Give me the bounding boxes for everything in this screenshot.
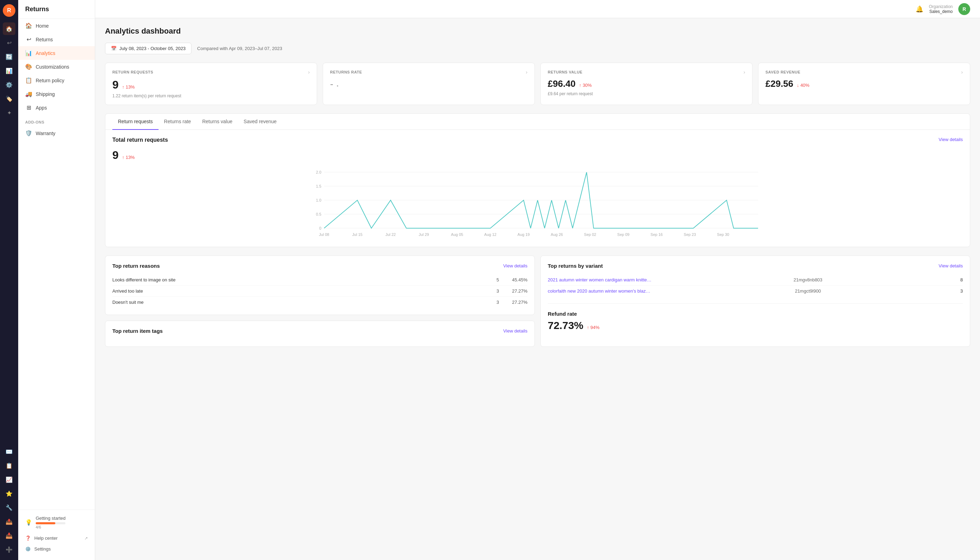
metric-card-saved-revenue[interactable]: SAVED REVENUE › £29.56 ↓ 40%	[758, 63, 970, 105]
icon-nav-mail[interactable]: ✉️	[3, 445, 15, 458]
org-name: Sales_demo	[929, 9, 953, 14]
settings-icon: ⚙️	[25, 547, 31, 552]
metric-label-saved-revenue: SAVED REVENUE	[765, 70, 800, 74]
variant-link-1[interactable]: colorfaith new 2020 autumn winter women'…	[548, 288, 653, 293]
tab-return-requests[interactable]: Return requests	[112, 114, 158, 130]
svg-text:Jul 08: Jul 08	[319, 232, 329, 237]
warranty-icon: 🛡️	[25, 130, 32, 137]
tab-saved-revenue[interactable]: Saved revenue	[238, 114, 282, 130]
icon-nav-analytics[interactable]: 📊	[3, 64, 15, 77]
progress-label: 4/6	[36, 525, 65, 529]
icon-nav-import[interactable]: 📥	[3, 529, 15, 542]
metric-change-return-requests: ↑ 13%	[122, 84, 135, 90]
nav-item-analytics[interactable]: 📊 Analytics	[18, 46, 95, 60]
top-return-reasons-view-details[interactable]: View details	[503, 263, 527, 268]
svg-text:Sep 23: Sep 23	[684, 232, 696, 237]
nav-item-home[interactable]: 🏠 Home	[18, 19, 95, 33]
icon-nav-settings[interactable]: ⚙️	[3, 78, 15, 91]
icon-nav-plus[interactable]: ➕	[3, 543, 15, 556]
return-reasons-list: Looks different to image on site 5 45.45…	[112, 274, 527, 308]
nav-item-customizations[interactable]: 🎨 Customizations	[18, 60, 95, 73]
left-navigation: Returns 🏠 Home ↩ Returns 📊 Analytics 🎨 C…	[18, 0, 95, 560]
svg-text:Sep 30: Sep 30	[717, 232, 729, 237]
progress-bar-fill	[36, 522, 55, 524]
variant-row-1: colorfaith new 2020 autumn winter women'…	[548, 286, 963, 297]
svg-text:Jul 29: Jul 29	[418, 232, 429, 237]
apps-icon: ⊞	[25, 104, 32, 111]
settings-label: Settings	[34, 547, 51, 552]
metric-card-returns-rate[interactable]: RETURNS RATE › - -	[323, 63, 535, 105]
metric-label-returns-value: RETURNS VALUE	[548, 70, 582, 74]
external-link-icon: ↗	[84, 536, 88, 541]
top-bar: 🔔 Organization Sales_demo R	[95, 0, 980, 18]
chevron-icon-3: ›	[961, 69, 963, 75]
date-range-button[interactable]: 📅 July 08, 2023 - October 05, 2023	[105, 43, 192, 54]
variant-sku-0: 21mgv8nb803	[793, 277, 822, 282]
refund-rate-change: ↑ 94%	[587, 325, 600, 330]
customizations-icon: 🎨	[25, 63, 32, 70]
metric-value-returns-rate: -	[330, 78, 333, 90]
icon-nav-tag[interactable]: 🏷️	[3, 92, 15, 105]
nav-item-returns[interactable]: ↩ Returns	[18, 33, 95, 46]
top-return-reasons-title: Top return reasons	[112, 263, 160, 269]
icon-nav-list[interactable]: 📋	[3, 459, 15, 472]
nav-item-warranty[interactable]: 🛡️ Warranty	[18, 127, 95, 140]
help-center-link[interactable]: ❓ Help center ↗	[25, 533, 88, 543]
icon-nav-chart[interactable]: 📈	[3, 473, 15, 486]
icon-nav-home[interactable]: 🏠	[3, 22, 15, 35]
reason-row-2: Doesn't suit me 3 27.27%	[112, 297, 527, 308]
metric-change-returns-value: ↑ 30%	[579, 83, 592, 88]
icon-nav-returns[interactable]: ↩	[3, 37, 15, 49]
addons-section-label: ADD-ONS	[18, 115, 95, 127]
getting-started-icon: 💡	[25, 519, 32, 526]
chevron-icon-2: ›	[743, 69, 745, 75]
chart-value: 9	[112, 149, 118, 162]
icon-nav-refresh[interactable]: 🔄	[3, 50, 15, 63]
page-content: Analytics dashboard 📅 July 08, 2023 - Oc…	[95, 18, 980, 560]
chevron-icon-0: ›	[308, 69, 310, 75]
nav-item-returns-label: Returns	[36, 37, 53, 42]
icon-nav-diamond[interactable]: ⭐	[3, 487, 15, 500]
svg-text:0: 0	[319, 226, 321, 230]
icon-nav-export[interactable]: 📤	[3, 515, 15, 528]
svg-text:Aug 26: Aug 26	[551, 232, 563, 237]
nav-item-analytics-label: Analytics	[36, 50, 55, 56]
metric-sub-returns-value: £9.64 per return request	[548, 92, 745, 96]
metric-card-return-requests[interactable]: RETURN REQUESTS › 9 ↑ 13% 1.22 return it…	[105, 63, 317, 105]
nav-item-apps[interactable]: ⊞ Apps	[18, 101, 95, 115]
nav-item-shipping[interactable]: 🚚 Shipping	[18, 87, 95, 101]
settings-link[interactable]: ⚙️ Settings	[25, 543, 88, 554]
nav-item-warranty-label: Warranty	[36, 130, 55, 136]
getting-started-label: Getting started	[36, 515, 65, 521]
icon-nav-wrench[interactable]: 🔧	[3, 501, 15, 514]
date-range-label: July 08, 2023 - October 05, 2023	[119, 46, 185, 51]
top-return-item-tags-title: Top return item tags	[112, 328, 163, 334]
tab-returns-value[interactable]: Returns value	[197, 114, 238, 130]
metric-value-saved-revenue: £29.56	[765, 78, 793, 89]
refund-rate-section: Refund rate 72.73% ↑ 94%	[548, 303, 963, 332]
progress-bar	[36, 522, 65, 524]
nav-item-return-policy[interactable]: 📋 Return policy	[18, 73, 95, 87]
top-return-item-tags-view-details[interactable]: View details	[503, 328, 527, 333]
chart-view-details-button[interactable]: View details	[939, 137, 963, 142]
tab-returns-rate[interactable]: Returns rate	[158, 114, 197, 130]
icon-nav-star[interactable]: ✦	[3, 107, 15, 119]
avatar[interactable]: R	[958, 3, 970, 15]
getting-started[interactable]: 💡 Getting started 4/6	[25, 515, 88, 529]
metric-label-return-requests: RETURN REQUESTS	[112, 70, 153, 74]
returns-icon: ↩	[25, 36, 32, 43]
reason-pct-1: 27.27%	[503, 288, 527, 293]
metric-card-returns-value[interactable]: RETURNS VALUE › £96.40 ↑ 30% £9.64 per r…	[540, 63, 752, 105]
org-label: Organization	[929, 4, 953, 9]
chart-title: Total return requests	[112, 137, 168, 143]
notification-bell-icon[interactable]: 🔔	[916, 5, 923, 13]
reason-count-2: 3	[492, 300, 503, 305]
svg-text:Sep 02: Sep 02	[584, 232, 597, 237]
svg-text:Sep 16: Sep 16	[651, 232, 663, 237]
top-returns-by-variant-view-details[interactable]: View details	[939, 263, 963, 268]
analytics-icon: 📊	[25, 50, 32, 57]
variant-link-0[interactable]: 2021 autumn winter women cardigan warm k…	[548, 277, 653, 282]
home-icon: 🏠	[25, 22, 32, 29]
app-logo[interactable]: R	[3, 4, 15, 17]
page-title: Analytics dashboard	[105, 27, 970, 36]
